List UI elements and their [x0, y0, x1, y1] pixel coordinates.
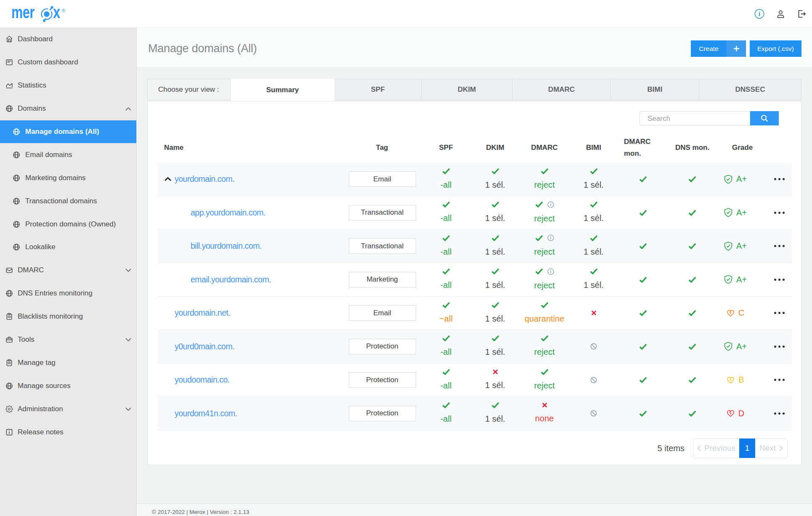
svg-text:i: i: [759, 11, 760, 17]
